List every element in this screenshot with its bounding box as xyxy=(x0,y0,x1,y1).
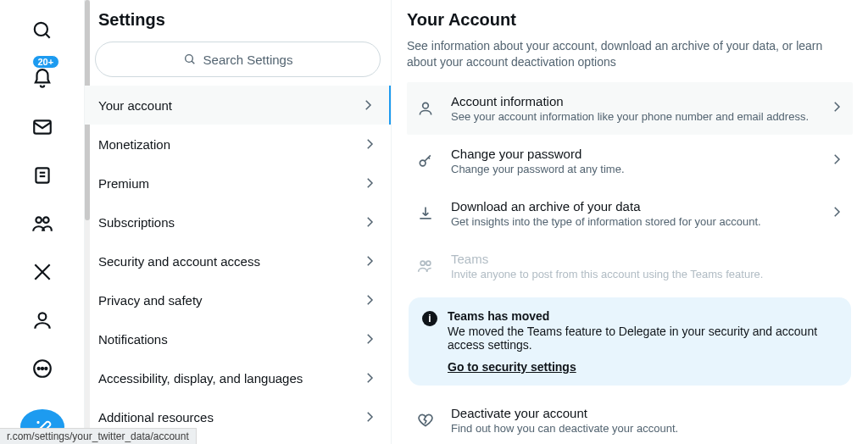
settings-item-label: Premium xyxy=(98,176,149,191)
settings-item-privacy[interactable]: Privacy and safety xyxy=(85,280,391,319)
settings-title: Settings xyxy=(85,0,391,42)
settings-column: Settings Search Settings Your account Mo… xyxy=(85,0,392,444)
nav-profile[interactable] xyxy=(24,305,61,335)
svg-line-14 xyxy=(192,61,194,64)
detail-item-title: Teams xyxy=(451,252,844,266)
info-icon: i xyxy=(422,311,437,326)
chevron-right-icon xyxy=(362,253,377,269)
settings-item-label: Subscriptions xyxy=(98,215,175,230)
settings-item-notifications[interactable]: Notifications xyxy=(85,319,391,358)
svg-point-7 xyxy=(43,217,49,223)
nav-rail: 20+ xyxy=(0,0,85,444)
notice-body: We moved the Teams feature to Delegate i… xyxy=(448,325,837,352)
nav-messages[interactable] xyxy=(24,112,61,142)
chevron-right-icon xyxy=(362,292,377,308)
chevron-right-icon xyxy=(362,331,377,347)
notice-link[interactable]: Go to security settings xyxy=(448,360,576,374)
svg-point-6 xyxy=(36,217,42,223)
settings-item-label: Privacy and safety xyxy=(98,293,203,308)
people-icon xyxy=(415,258,436,275)
chevron-right-icon xyxy=(360,97,376,113)
settings-item-label: Notifications xyxy=(98,332,168,347)
detail-item-desc: Find out how you can deactivate your acc… xyxy=(451,422,844,435)
key-icon xyxy=(415,153,436,169)
settings-item-label: Monetization xyxy=(98,137,170,152)
settings-item-security[interactable]: Security and account access xyxy=(85,241,391,280)
settings-item-accessibility[interactable]: Accessibility, display, and languages xyxy=(85,358,391,397)
search-placeholder: Search Settings xyxy=(203,53,293,67)
detail-item-title: Account information xyxy=(451,94,814,108)
chevron-right-icon xyxy=(362,409,377,425)
nav-communities[interactable] xyxy=(24,208,61,238)
settings-item-label: Security and account access xyxy=(98,254,260,269)
settings-item-your-account[interactable]: Your account xyxy=(85,86,391,125)
search-icon xyxy=(183,53,197,66)
chevron-right-icon xyxy=(362,175,377,191)
settings-item-label: Additional resources xyxy=(98,410,214,425)
nav-more[interactable] xyxy=(24,353,61,383)
detail-item-teams: Teams Invite anyone to post from this ac… xyxy=(407,240,853,292)
heartbreak-icon xyxy=(415,412,436,429)
detail-item-deactivate[interactable]: Deactivate your account Find out how you… xyxy=(407,394,853,444)
nav-x-logo[interactable] xyxy=(24,257,61,286)
detail-item-title: Deactivate your account xyxy=(451,406,844,420)
svg-point-8 xyxy=(38,313,46,320)
settings-item-subscriptions[interactable]: Subscriptions xyxy=(85,203,391,241)
svg-point-10 xyxy=(37,368,39,369)
svg-point-17 xyxy=(420,261,425,265)
settings-item-label: Your account xyxy=(98,98,172,113)
notifications-badge: 20+ xyxy=(32,55,60,69)
nav-search[interactable] xyxy=(24,15,61,45)
teams-moved-notice: i Teams has moved We moved the Teams fea… xyxy=(409,297,851,386)
detail-item-change-password[interactable]: Change your password Change your passwor… xyxy=(407,135,853,187)
detail-item-title: Change your password xyxy=(451,147,814,161)
detail-column: Your Account See information about your … xyxy=(392,0,868,444)
svg-point-15 xyxy=(423,103,429,108)
detail-item-desc: Get insights into the type of informatio… xyxy=(451,215,814,228)
status-bar-url: r.com/settings/your_twitter_data/account xyxy=(0,428,197,444)
svg-point-18 xyxy=(426,261,431,265)
chevron-right-icon xyxy=(362,136,377,152)
detail-item-download-archive[interactable]: Download an archive of your data Get ins… xyxy=(407,187,853,240)
chevron-right-icon xyxy=(829,204,844,223)
svg-point-16 xyxy=(420,160,426,166)
detail-item-account-info[interactable]: Account information See your account inf… xyxy=(407,82,853,135)
notice-title: Teams has moved xyxy=(448,309,837,323)
svg-point-12 xyxy=(45,368,47,369)
chevron-right-icon xyxy=(362,370,377,386)
settings-item-premium[interactable]: Premium xyxy=(85,164,391,203)
nav-lists[interactable] xyxy=(24,160,61,190)
person-icon xyxy=(415,100,436,117)
detail-item-desc: See your account information like your p… xyxy=(451,110,814,123)
nav-notifications[interactable]: 20+ xyxy=(24,64,61,93)
settings-item-monetization[interactable]: Monetization xyxy=(85,125,391,164)
detail-subtitle: See information about your account, down… xyxy=(407,38,853,82)
chevron-right-icon xyxy=(829,99,844,118)
detail-title: Your Account xyxy=(407,0,853,38)
svg-line-1 xyxy=(45,33,49,37)
chevron-right-icon xyxy=(362,214,377,230)
detail-item-desc: Change your password at any time. xyxy=(451,163,814,175)
svg-point-0 xyxy=(34,22,47,35)
chevron-right-icon xyxy=(829,152,844,170)
detail-item-title: Download an archive of your data xyxy=(451,199,814,214)
detail-item-desc: Invite anyone to post from this account … xyxy=(451,268,844,280)
settings-search-input[interactable]: Search Settings xyxy=(95,42,381,77)
settings-item-label: Accessibility, display, and languages xyxy=(98,371,303,386)
download-icon xyxy=(415,205,436,222)
svg-point-11 xyxy=(41,368,42,369)
